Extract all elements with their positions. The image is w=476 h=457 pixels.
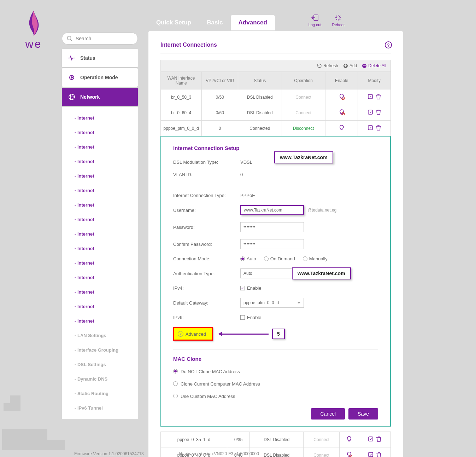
cell-modify xyxy=(359,432,390,447)
username-suffix: @tedata.net.eg xyxy=(307,208,336,213)
cell-modify xyxy=(358,89,391,105)
panel-title: Internet Connections xyxy=(160,42,391,53)
cell-name: pppoe_0_35_1_d xyxy=(161,432,227,447)
bulb-icon[interactable] xyxy=(339,127,345,132)
dsl-mod-label: DSL Modulation Type: xyxy=(173,160,240,165)
subnav-internet[interactable]: Internet xyxy=(62,241,138,256)
subnav-internet[interactable]: Internet xyxy=(62,212,138,227)
radio-dot-icon xyxy=(264,256,269,261)
subnav-internet[interactable]: Internet xyxy=(62,285,138,299)
edit-icon[interactable] xyxy=(368,127,373,132)
subnav-internet[interactable]: Internet xyxy=(62,299,138,314)
gateway-select[interactable]: pppoe_ptm_0_0_d xyxy=(240,298,304,308)
delete-all-button[interactable]: Delete All xyxy=(362,63,386,68)
edit-icon[interactable] xyxy=(368,453,374,457)
trash-icon[interactable] xyxy=(376,96,381,100)
save-button[interactable]: Save xyxy=(348,408,378,420)
subnav-internet[interactable]: Internet xyxy=(62,183,138,198)
sub-nav: Internet Internet Internet Internet Inte… xyxy=(62,107,138,419)
cell-enable[interactable] xyxy=(340,432,359,447)
password-input[interactable] xyxy=(240,222,304,232)
brand-logo: we xyxy=(18,11,49,51)
subnav-internet[interactable]: Internet xyxy=(62,314,138,328)
help-icon[interactable]: ? xyxy=(384,41,392,49)
nav-status[interactable]: Status xyxy=(62,49,138,67)
radio-auto[interactable]: Auto xyxy=(240,256,256,261)
reboot-button[interactable]: Reboot xyxy=(332,14,345,27)
edit-icon[interactable] xyxy=(368,438,374,443)
bulb-icon[interactable] xyxy=(339,96,345,101)
annotation-step: 5 xyxy=(272,329,285,339)
radio-noclone[interactable]: Do NOT Clone MAC Address xyxy=(173,369,240,374)
subnav-internet[interactable]: Internet xyxy=(62,140,138,154)
search-box[interactable] xyxy=(62,33,138,45)
cell-vpi: 0/35 xyxy=(227,432,250,447)
svg-line-13 xyxy=(339,19,340,20)
subnav-static-routing[interactable]: Static Routing xyxy=(62,386,138,401)
radio-ondemand[interactable]: On Demand xyxy=(264,256,295,261)
subnav-internet[interactable]: Internet xyxy=(62,111,138,125)
advanced-toggle[interactable]: ▾ Advanced xyxy=(173,327,213,341)
cell-enable[interactable] xyxy=(325,121,358,137)
auth-type-label: Authentication Type: xyxy=(173,271,240,276)
tab-basic[interactable]: Basic xyxy=(199,15,230,30)
subnav-ifgroup[interactable]: Interface Grouping xyxy=(62,343,138,357)
trash-icon[interactable] xyxy=(376,438,381,443)
radio-clonecur[interactable]: Clone Current Computer MAC Address xyxy=(173,381,260,387)
ipv6-checkbox[interactable] xyxy=(240,315,245,320)
conn-mode-label: Connection Mode: xyxy=(173,256,240,261)
trash-icon[interactable] xyxy=(376,453,381,457)
subnav-dsl[interactable]: DSL Settings xyxy=(62,357,138,372)
subnav-internet[interactable]: Internet xyxy=(62,227,138,241)
cell-enable[interactable] xyxy=(325,105,358,121)
wan-table: WAN Interface Name VPI/VCI or VID Status… xyxy=(160,72,391,137)
radio-dot-icon xyxy=(173,369,178,374)
logout-button[interactable]: Log out xyxy=(308,14,322,27)
svg-text:?: ? xyxy=(387,42,390,48)
tab-quick-setup[interactable]: Quick Setup xyxy=(148,15,199,30)
svg-line-22 xyxy=(342,97,344,99)
svg-point-0 xyxy=(67,36,71,40)
cell-enable[interactable] xyxy=(340,447,359,457)
subnav-ddns[interactable]: Dynamic DNS xyxy=(62,372,138,386)
svg-line-15 xyxy=(336,19,337,20)
cell-enable[interactable] xyxy=(325,89,358,105)
nav-operation-mode[interactable]: Operation Mode xyxy=(62,68,138,87)
trash-icon[interactable] xyxy=(376,111,381,116)
cell-operation[interactable]: Disconnect xyxy=(282,121,325,137)
watermark: www.TazkraNet.com xyxy=(292,267,351,279)
add-button[interactable]: Add xyxy=(343,63,357,68)
radio-manually[interactable]: Manually xyxy=(303,256,328,261)
subnav-internet[interactable]: Internet xyxy=(62,270,138,285)
subnav-internet[interactable]: Internet xyxy=(62,154,138,169)
bulb-icon[interactable] xyxy=(346,454,352,457)
subnav-lan[interactable]: LAN Settings xyxy=(62,328,138,343)
subnav-internet[interactable]: Internet xyxy=(62,125,138,140)
chevron-down-icon: ▾ xyxy=(178,331,183,337)
firmware-version: Firmware Version:1.1.020061534713 xyxy=(74,451,144,456)
refresh-icon xyxy=(317,63,322,68)
refresh-button[interactable]: Refresh xyxy=(317,63,338,68)
search-icon xyxy=(66,35,73,42)
tab-advanced[interactable]: Advanced xyxy=(231,15,275,30)
subnav-ipv6-tunnel[interactable]: IPv6 Tunnel xyxy=(62,401,138,415)
cancel-button[interactable]: Cancel xyxy=(311,408,345,420)
bulb-icon[interactable] xyxy=(346,438,352,443)
bulb-icon[interactable] xyxy=(339,111,345,116)
subnav-internet[interactable]: Internet xyxy=(62,198,138,212)
nav-network[interactable]: Network xyxy=(62,88,138,106)
vlan-value: 0 xyxy=(240,172,243,177)
subnav-internet[interactable]: Internet xyxy=(62,256,138,270)
subnav-internet[interactable]: Internet xyxy=(62,169,138,183)
th-enable: Enable xyxy=(325,72,358,89)
ipv4-checkbox[interactable] xyxy=(240,286,245,290)
search-input[interactable] xyxy=(76,36,133,41)
nav-network-label: Network xyxy=(80,94,100,100)
vlan-label: VLAN ID: xyxy=(173,172,240,177)
trash-icon[interactable] xyxy=(376,127,381,132)
edit-icon[interactable] xyxy=(368,96,373,100)
radio-custom[interactable]: Use Custom MAC Address xyxy=(173,394,235,399)
username-input[interactable] xyxy=(240,205,304,215)
confirm-password-input[interactable] xyxy=(240,239,304,249)
edit-icon[interactable] xyxy=(368,111,373,116)
